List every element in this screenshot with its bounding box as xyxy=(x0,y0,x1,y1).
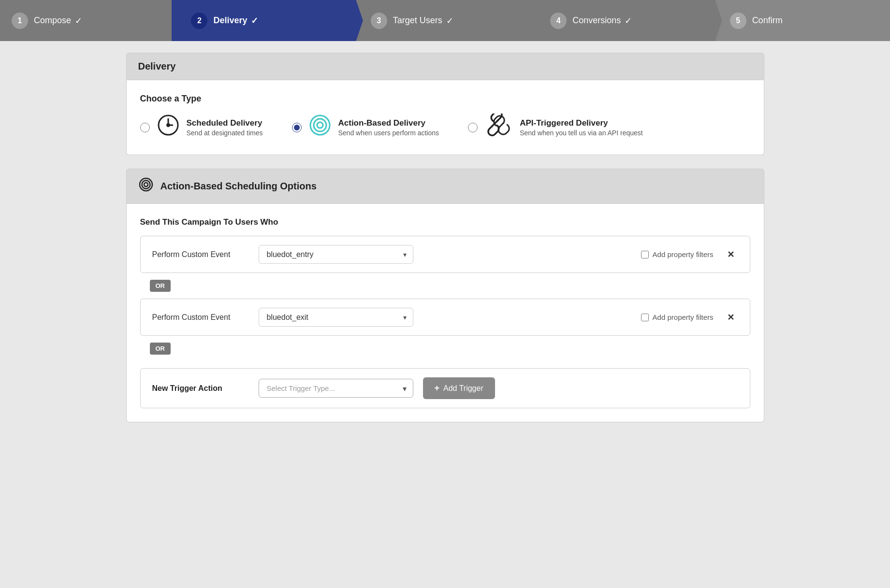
delivery-title: Delivery xyxy=(138,61,176,72)
scheduled-delivery-label: Scheduled Delivery xyxy=(187,118,263,128)
delivery-check-icon: ✓ xyxy=(251,15,258,26)
action-based-delivery-text: Action-Based Delivery Send when users pe… xyxy=(338,118,439,137)
wizard-step-conversions[interactable]: 4 Conversions ✓ xyxy=(531,0,710,41)
wizard-step-target-users[interactable]: 3 Target Users ✓ xyxy=(351,0,531,41)
conversions-check-icon: ✓ xyxy=(625,15,632,26)
choose-type-label: Choose a Type xyxy=(140,94,750,104)
action-based-delivery-option[interactable]: Action-Based Delivery Send when users pe… xyxy=(292,114,439,141)
api-triggered-radio[interactable] xyxy=(468,123,478,132)
step-number-1: 1 xyxy=(12,13,28,29)
step-number-4: 4 xyxy=(550,13,567,29)
action-based-delivery-label: Action-Based Delivery xyxy=(338,118,439,128)
trigger-1-property-filter-checkbox[interactable] xyxy=(641,251,649,258)
add-trigger-button[interactable]: + Add Trigger xyxy=(423,377,495,399)
trigger-2-select-wrapper: bluedot_exit xyxy=(259,308,413,327)
main-content: Delivery Choose a Type xyxy=(112,41,779,434)
trigger-2-property-filter-checkbox[interactable] xyxy=(641,314,649,321)
trigger-2-event-select[interactable]: bluedot_exit xyxy=(259,308,413,327)
trigger-1-type-label: Perform Custom Event xyxy=(152,250,249,259)
trigger-1-event-select[interactable]: bluedot_entry xyxy=(259,245,413,264)
wizard-step-delivery[interactable]: 2 Delivery ✓ xyxy=(172,0,351,41)
svg-point-5 xyxy=(314,119,326,131)
step-label-conversions: Conversions xyxy=(572,15,621,26)
target-users-check-icon: ✓ xyxy=(446,15,453,26)
abs-target-icon xyxy=(138,177,154,196)
clock-icon xyxy=(157,114,180,141)
trigger-type-select[interactable]: Select Trigger Type... xyxy=(259,379,413,398)
scheduled-delivery-desc: Send at designated times xyxy=(187,129,263,137)
delivery-section-body: Choose a Type Scheduled Delivery xyxy=(126,80,764,155)
api-triggered-delivery-desc: Send when you tell us via an API request xyxy=(520,129,643,137)
trigger-row-2: Perform Custom Event bluedot_exit Add pr… xyxy=(140,299,750,336)
or-divider-1: OR xyxy=(140,273,750,299)
trigger-1-select-wrapper: bluedot_entry xyxy=(259,245,413,264)
trigger-1-remove-button[interactable]: ✕ xyxy=(723,247,738,262)
abs-title: Action-Based Scheduling Options xyxy=(160,181,317,192)
delivery-section-header: Delivery xyxy=(126,53,764,80)
target-icon xyxy=(308,114,332,141)
trigger-2-add-property-filters[interactable]: Add property filters xyxy=(641,313,714,321)
or-divider-2: OR xyxy=(140,336,750,361)
or-label-1: OR xyxy=(150,280,171,292)
step-number-5: 5 xyxy=(730,13,746,29)
trigger-2-property-filter-label: Add property filters xyxy=(653,313,714,321)
add-trigger-label: Add Trigger xyxy=(443,384,483,393)
trigger-type-select-wrapper: Select Trigger Type... ▾ xyxy=(259,379,413,398)
wizard-bar: 1 Compose ✓ 2 Delivery ✓ 3 Target Users … xyxy=(0,0,890,41)
action-based-radio[interactable] xyxy=(292,123,302,132)
svg-line-8 xyxy=(499,123,503,127)
scheduled-delivery-option[interactable]: Scheduled Delivery Send at designated ti… xyxy=(140,114,263,141)
link-icon xyxy=(484,114,513,141)
action-based-delivery-desc: Send when users perform actions xyxy=(338,129,439,137)
step-number-3: 3 xyxy=(371,13,387,29)
send-campaign-label: Send This Campaign To Users Who xyxy=(140,217,750,227)
trigger-1-add-property-filters[interactable]: Add property filters xyxy=(641,250,714,258)
scheduled-radio[interactable] xyxy=(140,123,150,132)
api-triggered-delivery-label: API-Triggered Delivery xyxy=(520,118,643,128)
delivery-section: Delivery Choose a Type xyxy=(126,53,764,155)
trigger-row-1: Perform Custom Event bluedot_entry Add p… xyxy=(140,236,750,273)
scheduled-delivery-text: Scheduled Delivery Send at designated ti… xyxy=(187,118,263,137)
new-trigger-row: New Trigger Action Select Trigger Type..… xyxy=(140,368,750,408)
delivery-options: Scheduled Delivery Send at designated ti… xyxy=(140,114,750,141)
step-label-target-users: Target Users xyxy=(393,15,442,26)
trigger-1-property-filter-label: Add property filters xyxy=(653,250,714,258)
or-label-2: OR xyxy=(150,343,171,355)
trigger-2-remove-button[interactable]: ✕ xyxy=(723,310,738,325)
svg-point-10 xyxy=(142,181,150,189)
svg-point-6 xyxy=(317,122,323,128)
wizard-step-confirm[interactable]: 5 Confirm xyxy=(711,0,890,41)
new-trigger-label: New Trigger Action xyxy=(152,384,249,393)
svg-point-3 xyxy=(167,124,169,127)
step-label-delivery: Delivery xyxy=(213,15,247,26)
trigger-2-type-label: Perform Custom Event xyxy=(152,313,249,322)
svg-point-11 xyxy=(144,183,148,186)
compose-check-icon: ✓ xyxy=(75,15,82,26)
step-label-confirm: Confirm xyxy=(752,15,783,26)
step-label-compose: Compose xyxy=(34,15,71,26)
plus-icon: + xyxy=(435,383,440,393)
api-triggered-delivery-option[interactable]: API-Triggered Delivery Send when you tel… xyxy=(468,114,643,141)
step-number-2: 2 xyxy=(191,13,207,29)
abs-section: Action-Based Scheduling Options Send Thi… xyxy=(126,169,764,422)
abs-section-body: Send This Campaign To Users Who Perform … xyxy=(126,204,764,422)
wizard-step-compose[interactable]: 1 Compose ✓ xyxy=(0,0,172,41)
abs-section-header: Action-Based Scheduling Options xyxy=(126,169,764,204)
api-triggered-delivery-text: API-Triggered Delivery Send when you tel… xyxy=(520,118,643,137)
